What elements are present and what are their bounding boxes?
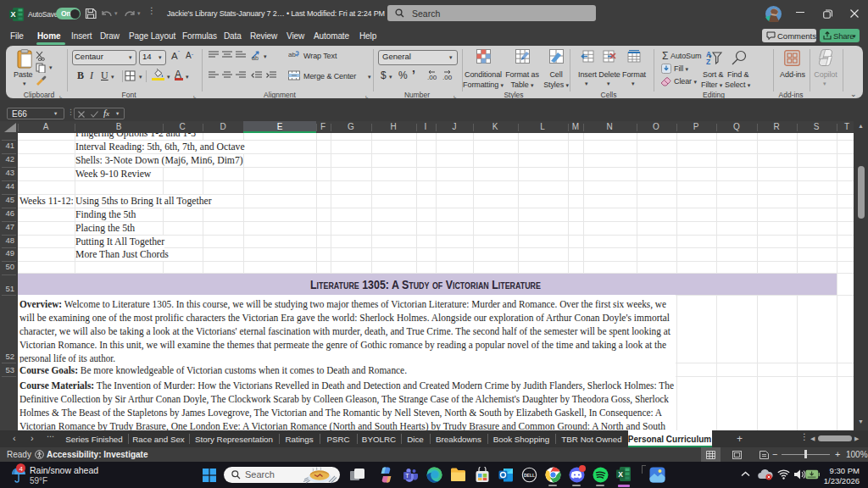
- svg-text:X: X: [10, 10, 15, 19]
- svg-text:.00: .00: [427, 74, 437, 80]
- svg-text:ab: ab: [288, 51, 296, 58]
- svg-text:T: T: [405, 473, 409, 479]
- svg-text:X: X: [618, 470, 623, 479]
- svg-text:DELL: DELL: [524, 473, 535, 478]
- svg-text:ab: ab: [252, 55, 259, 61]
- svg-text:Z: Z: [706, 58, 710, 66]
